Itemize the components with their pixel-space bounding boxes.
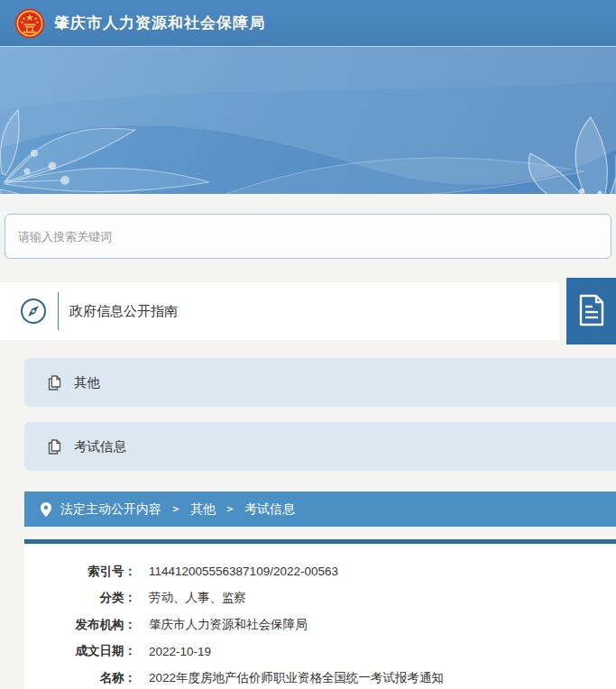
table-row-issuing-agency: 发布机构： 肇庆市人力资源和社会保障局 <box>24 611 616 638</box>
table-row-category: 分类： 劳动、人事、监察 <box>24 585 616 612</box>
copy-icon <box>48 439 61 455</box>
row-label: 名称： <box>24 670 136 686</box>
guide-label: 政府信息公开指南 <box>69 303 178 320</box>
guide-bar-link[interactable]: 政府信息公开指南 <box>0 282 559 340</box>
chevron-right-icon: ＞ <box>170 501 181 517</box>
page: 肇庆市人力资源和社会保障局 <box>0 0 616 689</box>
chevron-right-icon: ＞ <box>225 501 235 517</box>
document-button[interactable] <box>566 278 616 344</box>
row-value: 114412005556387109/2022-00563 <box>149 565 338 578</box>
banner-decoration <box>0 47 616 194</box>
breadcrumb-item-other[interactable]: 其他 <box>190 501 216 518</box>
row-value: 2022-10-19 <box>149 645 211 658</box>
table-row-date: 成文日期： 2022-10-19 <box>24 638 616 666</box>
breadcrumb: 法定主动公开内容 ＞ 其他 ＞ 考试信息 <box>24 491 616 527</box>
national-emblem-icon <box>14 8 45 39</box>
breadcrumb-item-legal-disclosure[interactable]: 法定主动公开内容 <box>60 501 161 518</box>
site-title: 肇庆市人力资源和社会保障局 <box>54 13 265 33</box>
vertical-divider <box>58 292 59 330</box>
category-item-other[interactable]: 其他 <box>24 358 616 407</box>
copy-icon <box>48 375 61 390</box>
search-input[interactable] <box>5 214 611 259</box>
row-label: 发布机构： <box>24 617 136 633</box>
compass-icon <box>20 298 47 325</box>
document-icon <box>578 294 605 329</box>
category-label: 考试信息 <box>74 438 126 455</box>
row-value: 劳动、人事、监察 <box>149 590 246 606</box>
table-row-title: 名称： 2022年度房地产估价师职业资格全国统一考试报考通知 <box>24 665 616 689</box>
site-header: 肇庆市人力资源和社会保障局 <box>0 0 616 47</box>
category-label: 其他 <box>74 374 100 391</box>
category-item-exam-info[interactable]: 考试信息 <box>24 422 616 471</box>
row-value: 肇庆市人力资源和社会保障局 <box>149 617 308 633</box>
row-value: 2022年度房地产估价师职业资格全国统一考试报考通知 <box>149 670 444 686</box>
location-pin-icon <box>41 502 51 517</box>
row-label: 成文日期： <box>24 643 136 659</box>
breadcrumb-item-exam-info[interactable]: 考试信息 <box>244 501 295 518</box>
table-row-index-number: 索引号： 114412005556387109/2022-00563 <box>24 558 616 585</box>
row-label: 索引号： <box>24 564 136 580</box>
row-label: 分类： <box>24 590 136 606</box>
detail-table: 索引号： 114412005556387109/2022-00563 分类： 劳… <box>24 539 616 689</box>
banner-image <box>0 47 616 194</box>
